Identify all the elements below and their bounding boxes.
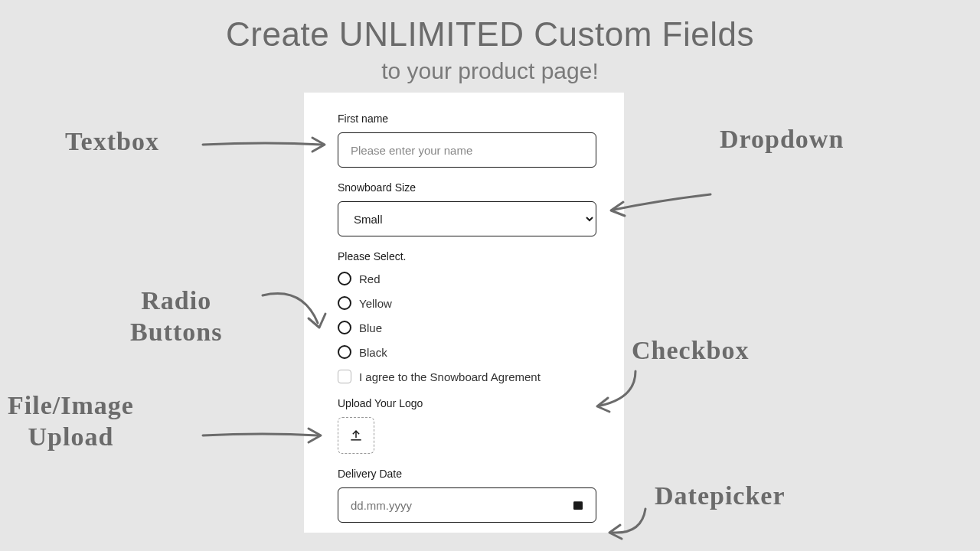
radio-icon	[338, 321, 351, 334]
radio-red[interactable]: Red	[338, 272, 596, 285]
first-name-group: First name	[338, 112, 596, 168]
radio-icon	[338, 296, 351, 310]
size-select[interactable]: Small	[338, 201, 596, 236]
callout-textbox: Textbox	[65, 126, 159, 158]
radio-black[interactable]: Black	[338, 345, 596, 359]
form-card: First name Snowboard Size Small Please S…	[304, 93, 624, 533]
page-heading: Create UNLIMITED Custom Fields to your p…	[0, 0, 980, 84]
date-input[interactable]	[338, 487, 596, 523]
radio-icon	[338, 345, 351, 359]
radio-yellow[interactable]: Yellow	[338, 296, 596, 310]
radio-label: Red	[359, 272, 381, 285]
radio-label: Yellow	[359, 297, 392, 310]
radio-icon	[338, 272, 351, 285]
date-label: Delivery Date	[338, 468, 596, 480]
checkbox-icon	[338, 370, 351, 383]
callout-radio: Radio Buttons	[130, 285, 222, 348]
agreement-label: I agree to the Snowboard Agrement	[359, 370, 541, 383]
first-name-input[interactable]	[338, 132, 596, 168]
callout-checkbox: Checkbox	[632, 335, 749, 367]
upload-icon	[348, 428, 364, 443]
callout-datepicker: Datepicker	[655, 481, 786, 512]
radio-label: Black	[359, 346, 387, 359]
color-group: Please Select. Red Yellow Blue Black	[338, 250, 596, 359]
size-group: Snowboard Size Small	[338, 181, 596, 236]
callout-dropdown: Dropdown	[720, 124, 844, 155]
radio-label: Blue	[359, 321, 382, 334]
page-title: Create UNLIMITED Custom Fields	[0, 15, 980, 54]
date-group: Delivery Date	[338, 468, 596, 523]
color-label: Please Select.	[338, 250, 596, 262]
page-subtitle: to your product page!	[0, 58, 980, 84]
upload-label: Upload Your Logo	[338, 397, 596, 409]
callout-upload: File/Image Upload	[8, 390, 134, 453]
first-name-label: First name	[338, 112, 596, 125]
radio-blue[interactable]: Blue	[338, 321, 596, 334]
upload-group: Upload Your Logo	[338, 397, 596, 454]
upload-button[interactable]	[338, 417, 374, 454]
size-label: Snowboard Size	[338, 181, 596, 194]
agreement-checkbox[interactable]: I agree to the Snowboard Agrement	[338, 370, 596, 383]
